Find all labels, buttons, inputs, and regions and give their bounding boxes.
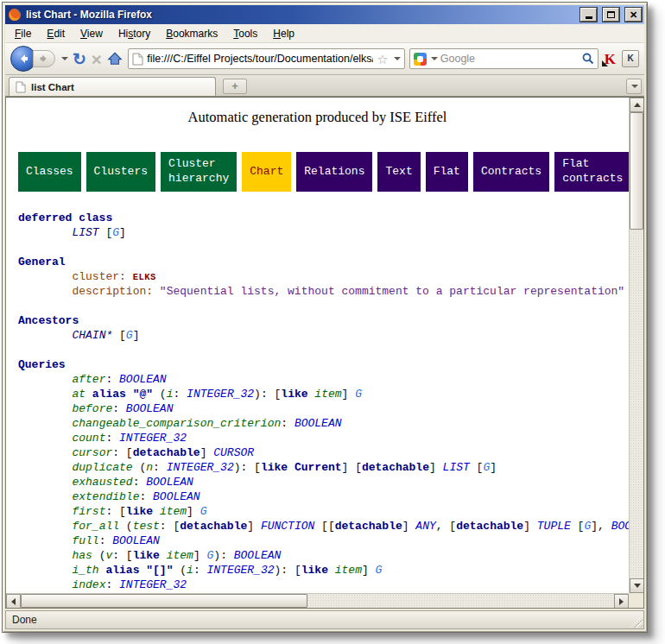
status-bar: Done <box>5 610 644 629</box>
scrollbar-corner <box>629 593 643 608</box>
status-text: Done <box>12 614 37 626</box>
page-icon <box>132 53 143 66</box>
doc-button-text[interactable]: Text <box>377 152 420 192</box>
menu-bar: FileEditViewHistoryBookmarksToolsHelp <box>5 24 644 43</box>
page-title: Automatic generation produced by ISE Eif… <box>6 109 629 126</box>
code-line: changeable_comparison_criterion: BOOLEAN <box>18 416 629 431</box>
address-input[interactable] <box>147 53 373 65</box>
menu-bookmarks[interactable]: Bookmarks <box>158 25 225 42</box>
doc-button-chart[interactable]: Chart <box>242 152 291 192</box>
stop-icon: ✕ <box>91 53 102 67</box>
doc-button-classes[interactable]: Classes <box>18 152 81 192</box>
google-logo-icon <box>414 53 427 66</box>
code-line <box>18 240 629 255</box>
code-line <box>18 299 629 313</box>
reload-button[interactable]: ↻ <box>73 51 86 67</box>
tab-list-dropdown-button[interactable] <box>626 79 642 94</box>
reload-icon: ↻ <box>73 50 86 68</box>
search-input[interactable] <box>440 53 580 65</box>
code-line: index: INTEGER_32 <box>18 578 629 592</box>
scroll-down-button[interactable] <box>630 578 644 593</box>
doc-button-flat[interactable]: Flat <box>426 152 468 192</box>
code-line: for_all (test: [detachable] FUNCTION [[d… <box>18 519 629 534</box>
desktop: list Chart - Mozilla Firefox ✕ FileEditV… <box>0 0 665 644</box>
code-line: extendible: BOOLEAN <box>18 489 629 504</box>
bookmark-star-icon[interactable]: ☆ <box>377 53 388 66</box>
new-tab-plus-icon: + <box>231 79 238 92</box>
search-magnifier-icon[interactable] <box>582 53 594 65</box>
menu-view[interactable]: View <box>73 25 111 42</box>
firefox-icon <box>8 8 22 22</box>
maximize-icon <box>607 11 615 18</box>
code-line: Queries <box>18 357 629 372</box>
code-line: exhausted: BOOLEAN <box>18 475 629 489</box>
search-engine-dropdown-icon[interactable] <box>431 57 438 60</box>
navigation-toolbar: ↻ ✕ ☆ <box>5 43 644 75</box>
code-line: cursor: [detachable] CURSOR <box>18 445 629 460</box>
menu-tools[interactable]: Tools <box>225 25 265 42</box>
code-line: i_th alias "[]" (i: INTEGER_32): [like i… <box>18 563 629 578</box>
code-line: has (v: [like item] G): BOOLEAN <box>18 548 629 563</box>
menu-file[interactable]: File <box>7 25 39 42</box>
resize-grip-icon[interactable] <box>630 616 643 628</box>
url-dropdown-icon[interactable] <box>394 57 401 60</box>
code-line: General <box>18 255 629 269</box>
kaspersky-icon[interactable]: K <box>603 52 618 66</box>
tab-list-chart[interactable]: list Chart <box>9 77 216 96</box>
address-bar: ☆ <box>128 48 404 69</box>
code-line: after: BOOLEAN <box>18 372 629 387</box>
code-line: deferred class <box>18 211 629 225</box>
horizontal-scroll-thumb[interactable] <box>21 594 307 608</box>
code-line: first: [like item] G <box>18 504 629 519</box>
close-button[interactable]: ✕ <box>625 8 642 22</box>
code-line: duplicate (n: INTEGER_32): [like Current… <box>18 460 629 475</box>
doc-button-relations[interactable]: Relations <box>296 152 372 192</box>
tab-title: list Chart <box>31 82 74 92</box>
code-line: cluster: ELKS <box>18 269 629 284</box>
code-line <box>18 343 629 357</box>
search-bar <box>409 48 598 69</box>
menu-edit[interactable]: Edit <box>39 25 73 42</box>
horizontal-scrollbar[interactable] <box>6 593 629 608</box>
tab-bar: list Chart + <box>5 75 644 97</box>
class-chart-text: deferred class LIST [G]General cluster: … <box>6 211 629 593</box>
maximize-button[interactable] <box>603 8 619 22</box>
back-arrow-icon <box>17 53 29 65</box>
vertical-scrollbar[interactable] <box>629 98 643 593</box>
code-line: before: BOOLEAN <box>18 401 629 416</box>
window-title: list Chart - Mozilla Firefox <box>26 9 574 21</box>
code-line: LIST [G] <box>18 225 629 240</box>
code-line: CHAIN* [G] <box>18 328 629 343</box>
code-line: description: "Sequential lists, without … <box>18 284 629 299</box>
stop-button[interactable]: ✕ <box>91 51 102 67</box>
menu-history[interactable]: History <box>111 25 158 42</box>
menu-help[interactable]: Help <box>265 25 302 42</box>
minimize-icon <box>586 16 592 19</box>
browser-content: Automatic generation produced by ISE Eif… <box>5 97 644 609</box>
tab-favicon-icon <box>16 81 26 93</box>
close-icon: ✕ <box>630 9 637 20</box>
scroll-left-button[interactable] <box>6 594 21 609</box>
doc-button-cluster-hierarchy[interactable]: Cluster hierarchy <box>161 152 237 192</box>
scroll-right-button[interactable] <box>614 594 629 609</box>
doc-button-flat-contracts[interactable]: Flat contracts <box>554 152 629 192</box>
title-bar[interactable]: list Chart - Mozilla Firefox ✕ <box>5 5 644 24</box>
tab-list-chevron-icon <box>631 85 638 88</box>
k-addon-button[interactable]: K <box>622 50 639 67</box>
page-content: Automatic generation produced by ISE Eif… <box>6 98 629 593</box>
forward-arrow-icon <box>39 54 49 64</box>
doc-button-contracts[interactable]: Contracts <box>473 152 549 192</box>
history-dropdown-icon[interactable] <box>61 57 68 60</box>
doc-nav-row: ClassesClustersCluster hierarchyChartRel… <box>18 152 629 192</box>
scroll-up-icon <box>634 103 641 107</box>
browser-window: list Chart - Mozilla Firefox ✕ FileEditV… <box>2 2 648 633</box>
new-tab-button[interactable]: + <box>223 79 247 94</box>
minimize-button[interactable] <box>580 8 597 22</box>
scroll-up-button[interactable] <box>630 98 644 112</box>
home-icon <box>106 51 124 66</box>
vertical-scroll-thumb[interactable] <box>630 112 643 230</box>
forward-button[interactable] <box>33 50 55 67</box>
code-line: Ancestors <box>18 313 629 328</box>
doc-button-clusters[interactable]: Clusters <box>86 152 155 192</box>
home-button[interactable] <box>106 51 124 66</box>
